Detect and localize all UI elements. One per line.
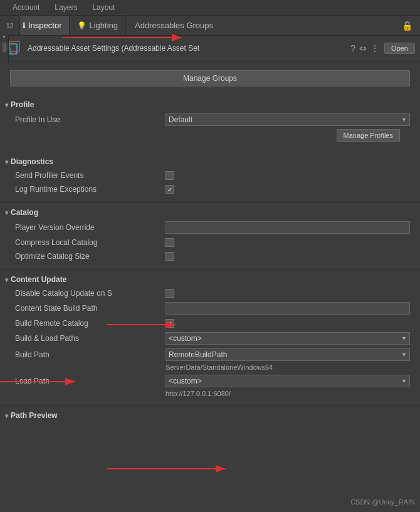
section-path-preview-header[interactable]: ▾ Path Preview: [0, 407, 420, 422]
section-profile-label: Profile: [11, 100, 34, 109]
field-player-version: Player Version Override: [0, 219, 420, 236]
dropdown-build-load-paths-value: <custom>: [169, 334, 202, 343]
top-bar-item-layers[interactable]: Layers: [47, 3, 85, 12]
more-icon[interactable]: ⋮: [370, 43, 379, 53]
section-catalog-label: Catalog: [11, 208, 38, 217]
section-path-preview-label: Path Preview: [11, 411, 58, 420]
field-build-load-paths: Build & Load Paths <custom> ▼: [0, 330, 420, 347]
field-profile-in-use: Profile In Use Default ▼: [0, 112, 420, 128]
arrow-bottom: [107, 462, 232, 478]
label-player-version: Player Version Override: [15, 223, 165, 232]
label-optimize-catalog: Optimize Catalog Size: [15, 252, 165, 261]
checkbox-log-runtime[interactable]: ✓: [165, 185, 174, 194]
tab-bar: ⋮ ℹ Inspector 💡 Lighting Addressables Gr…: [0, 16, 420, 36]
input-player-version[interactable]: [165, 221, 410, 234]
field-label-profile-in-use: Profile In Use: [15, 115, 165, 124]
manage-groups-button[interactable]: Manage Groups: [10, 70, 410, 86]
triangle-icon: ▾: [5, 102, 8, 108]
watermark: CSDN @Unity_RAIN: [350, 498, 415, 506]
label-build-remote-catalog: Build Remote Catalog: [15, 319, 165, 328]
top-bar: Account Layers Layout: [0, 0, 420, 16]
dropdown-build-path[interactable]: RemoteBuildPath ▼: [165, 348, 410, 361]
badge-12: 12: [6, 23, 13, 29]
triangle-icon-4: ▾: [5, 276, 8, 283]
section-content-update-label: Content Update: [11, 275, 66, 284]
dropdown-build-path-arrow: ▼: [401, 352, 407, 358]
input-content-state[interactable]: [165, 302, 410, 315]
field-build-path: Build Path RemoteBuildPath ▼: [0, 347, 420, 363]
label-build-load-paths: Build & Load Paths: [15, 334, 165, 343]
header-actions: ? ⇔ ⋮: [350, 43, 379, 53]
profile-dropdown-value: Default: [169, 115, 192, 124]
top-bar-item-layout[interactable]: Layout: [85, 3, 122, 12]
field-value-profile-in-use: Default ▼: [165, 113, 410, 126]
sublabel-load-path: http://127.0.0.1:6080/: [0, 389, 420, 399]
manage-profiles-button[interactable]: Manage Profiles: [337, 129, 401, 142]
section-content-update-header[interactable]: ▾ Content Update: [0, 271, 420, 286]
checkbox-optimize-catalog[interactable]: [165, 252, 174, 261]
label-load-path: Load Path: [15, 377, 165, 385]
dropdown-build-path-value: RemoteBuildPath: [169, 350, 227, 359]
label-send-profiler: Send Profiler Events: [15, 171, 165, 180]
label-content-state: Content State Build Path: [15, 304, 165, 313]
divider-3: [0, 269, 420, 270]
triangle-icon-5: ▾: [5, 412, 8, 419]
label-build-path: Build Path: [15, 350, 165, 359]
label-log-runtime: Log Runtime Exceptions: [15, 185, 165, 194]
divider-1: [0, 152, 420, 152]
triangle-icon-2: ▾: [5, 159, 8, 165]
field-load-path: Load Path <custom> ▼: [0, 373, 420, 389]
section-catalog: ▾ Catalog Player Version Override Compre…: [0, 204, 420, 268]
header-title: Addressable Asset Settings (Addressable …: [28, 44, 345, 53]
tab-addressables[interactable]: Addressables Groups: [126, 18, 222, 33]
divider-2: [0, 202, 420, 203]
checkbox-compress-local[interactable]: [165, 238, 174, 247]
top-bar-item-account[interactable]: Account: [5, 3, 47, 12]
label-disable-catalog: Disable Catalog Update on S: [15, 289, 165, 298]
section-path-preview: ▾ Path Preview: [0, 407, 420, 427]
handle-label: able.: [1, 42, 8, 55]
lock-icon[interactable]: 🔒: [397, 21, 417, 31]
profile-dropdown-arrow: ▼: [401, 117, 407, 123]
main-content: Manage Groups ▾ Profile Profile In Use D…: [0, 61, 420, 510]
sidebar-panel: 12: [0, 16, 20, 35]
checkbox-disable-catalog[interactable]: [165, 289, 174, 298]
checkbox-send-profiler[interactable]: [165, 171, 174, 180]
field-disable-catalog: Disable Catalog Update on S: [0, 286, 420, 300]
section-catalog-header[interactable]: ▾ Catalog: [0, 204, 420, 219]
section-content-update: ▾ Content Update Disable Catalog Update …: [0, 271, 420, 404]
question-icon[interactable]: ?: [350, 43, 355, 53]
section-profile: ▾ Profile Profile In Use Default ▼ Manag…: [0, 97, 420, 150]
open-button[interactable]: Open: [384, 43, 415, 54]
section-diagnostics: ▾ Diagnostics Send Profiler Events Log R…: [0, 154, 420, 201]
field-log-runtime: Log Runtime Exceptions ✓: [0, 182, 420, 196]
checkbox-build-remote-catalog[interactable]: ✓: [165, 319, 174, 328]
section-profile-header[interactable]: ▾ Profile: [0, 97, 420, 112]
sublabel-build-path: ServerData/StandaloneWindows64: [0, 363, 420, 373]
info-icon: ℹ: [23, 21, 26, 30]
triangle-icon-3: ▾: [5, 209, 8, 216]
field-content-state: Content State Build Path: [0, 300, 420, 316]
header-bar: {} Addressable Asset Settings (Addressab…: [0, 36, 420, 61]
tab-inspector-label: Inspector: [28, 21, 61, 30]
field-send-profiler: Send Profiler Events: [0, 169, 420, 182]
section-diagnostics-label: Diagnostics: [11, 157, 53, 166]
field-optimize-catalog: Optimize Catalog Size: [0, 249, 420, 263]
profile-dropdown[interactable]: Default ▼: [165, 113, 410, 126]
manage-profiles-row: Manage Profiles: [0, 129, 420, 145]
lighting-icon: 💡: [77, 21, 87, 30]
section-diagnostics-header[interactable]: ▾ Diagnostics: [0, 154, 420, 169]
divider-4: [0, 405, 420, 406]
tab-lighting[interactable]: 💡 Lighting: [70, 16, 126, 35]
dropdown-load-path-value: <custom>: [169, 377, 202, 385]
tab-inspector[interactable]: ℹ Inspector: [15, 16, 70, 35]
dropdown-build-load-paths[interactable]: <custom> ▼: [165, 332, 410, 345]
field-compress-local: Compress Local Catalog: [0, 236, 420, 249]
dropdown-build-load-paths-arrow: ▼: [401, 335, 407, 342]
dropdown-load-path-arrow: ▼: [401, 378, 407, 384]
settings-icon[interactable]: ⇔: [359, 43, 367, 53]
dropdown-load-path[interactable]: <custom> ▼: [165, 375, 410, 387]
label-compress-local: Compress Local Catalog: [15, 238, 165, 247]
tab-lighting-label: Lighting: [89, 21, 118, 30]
tab-addressables-label: Addressables Groups: [135, 21, 213, 30]
